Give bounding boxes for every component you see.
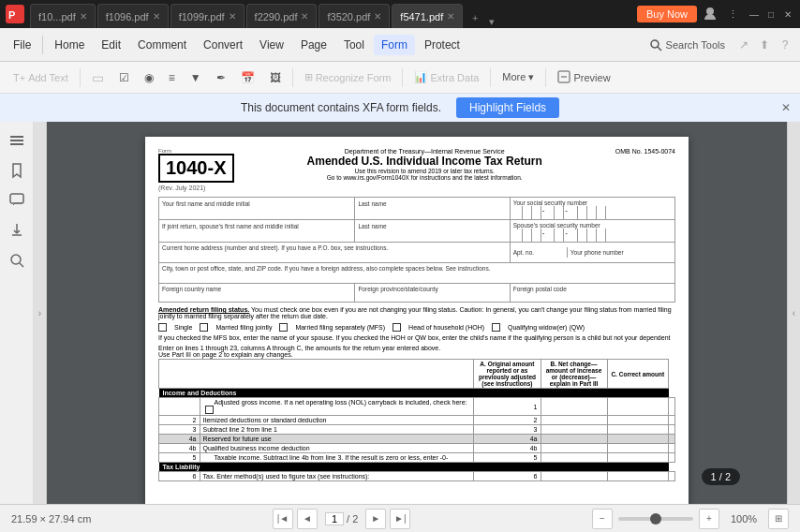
right-panel-toggle[interactable]: ‹ — [787, 122, 800, 504]
buy-now-button[interactable]: Buy Now — [637, 6, 697, 22]
radio-icon: ◉ — [144, 71, 154, 84]
qw-checkbox[interactable] — [492, 323, 500, 332]
last-name-label: Last name — [358, 200, 506, 207]
search-icon — [649, 38, 662, 52]
tab-f2290[interactable]: f2290.pdf ✕ — [246, 4, 318, 28]
sidebar-search-icon[interactable] — [6, 249, 28, 272]
ssn-box-5 — [555, 206, 564, 219]
close-button[interactable]: ✕ — [781, 7, 794, 21]
form-header: Form 1040-X (Rev. July 2021) Department … — [158, 148, 675, 191]
window-controls: — □ ✕ — [748, 7, 794, 21]
ssn-box-8 — [587, 206, 597, 219]
row6-desc: Tax. Enter method(s) used to figure tax … — [200, 472, 474, 481]
extra-data-button[interactable]: 📊 Extra Data — [408, 68, 484, 86]
menu-view[interactable]: View — [252, 35, 291, 55]
menu-convert[interactable]: Convert — [196, 35, 250, 55]
single-checkbox[interactable] — [158, 323, 167, 332]
tab-close-f1099[interactable]: ✕ — [229, 11, 236, 22]
row1-linenum: 1 — [474, 398, 541, 416]
checkbox-icon: ☑ — [119, 71, 129, 84]
menu-edit[interactable]: Edit — [94, 35, 128, 55]
row1-checkbox[interactable] — [205, 406, 214, 414]
left-panel-toggle[interactable]: › — [34, 122, 47, 504]
sidebar-attachment-icon[interactable] — [6, 219, 28, 242]
tab-close-f5471[interactable]: ✕ — [447, 11, 454, 22]
preview-button[interactable]: Preview — [552, 67, 615, 88]
menu-file[interactable]: File — [6, 35, 38, 55]
sidebar-comment-icon[interactable] — [6, 189, 28, 212]
sssn-box-3 — [532, 229, 541, 242]
hoh-checkbox[interactable] — [393, 323, 401, 332]
main-area: › Form 1040-X (Rev. July 2021) Departmen… — [0, 122, 800, 504]
mfs-checkbox[interactable] — [279, 323, 288, 332]
date-icon: 📅 — [241, 71, 255, 84]
tab-f1096[interactable]: f1096.pdf ✕ — [97, 4, 169, 28]
add-text-button[interactable]: T+ Add Text — [7, 69, 74, 86]
recognize-form-button[interactable]: ⊞ Recognize Form — [299, 68, 397, 86]
minimize-button[interactable]: — — [748, 7, 761, 21]
page-number-input[interactable] — [325, 512, 344, 525]
first-name-cell: Your first name and middle initial — [159, 198, 355, 220]
row4b-linenum: 4b — [474, 444, 541, 453]
tab-add-button[interactable]: + — [465, 7, 485, 28]
help-icon[interactable]: ? — [776, 36, 794, 54]
foreign-country-cell: Foreign country name — [159, 284, 355, 303]
sign-button[interactable]: ✒ — [211, 68, 231, 87]
menu-page[interactable]: Page — [293, 35, 334, 55]
menu-comment[interactable]: Comment — [130, 35, 194, 55]
tab-f5471[interactable]: f5471.pdf ✕ — [392, 4, 463, 28]
field-button[interactable]: ▭ — [86, 67, 110, 88]
combo-button[interactable]: ▼ — [185, 68, 207, 87]
fit-page-button[interactable]: ⊞ — [768, 509, 789, 529]
image-button[interactable]: 🖼 — [264, 68, 287, 87]
first-page-button[interactable]: |◄ — [273, 509, 293, 529]
tab-close-f3520[interactable]: ✕ — [374, 11, 381, 22]
sssn-box-2 — [523, 229, 532, 242]
link-line: Go to www.irs.gov/Form1040X for instruct… — [244, 174, 606, 181]
zoom-in-button[interactable]: + — [699, 509, 719, 529]
list-button[interactable]: ≡ — [163, 68, 181, 87]
zoom-slider[interactable] — [618, 517, 693, 521]
menu-tool[interactable]: Tool — [336, 35, 372, 55]
upload-icon[interactable]: ⬆ — [755, 36, 774, 54]
tab-close-f1096[interactable]: ✕ — [153, 11, 160, 22]
next-page-button[interactable]: ► — [365, 509, 386, 529]
row6-col-a — [541, 472, 607, 481]
dept-label: Department of the Treasury—Internal Reve… — [244, 148, 606, 155]
address-cell: Current home address (number and street)… — [159, 243, 511, 263]
last-page-button[interactable]: ►| — [390, 509, 410, 529]
mfj-checkbox[interactable] — [200, 323, 208, 332]
tab-close-f110[interactable]: ✕ — [80, 11, 87, 22]
radio-button-tool[interactable]: ◉ — [139, 68, 159, 87]
highlight-fields-button[interactable]: Highlight Fields — [456, 97, 559, 118]
tab-f110[interactable]: f10...pdf ✕ — [30, 4, 96, 28]
form-title-right: Department of the Treasury—Internal Reve… — [244, 148, 606, 181]
ssn-box-2 — [523, 206, 532, 219]
tab-overflow-button[interactable]: ▾ — [485, 16, 498, 28]
more-icon[interactable]: ⋮ — [723, 5, 742, 23]
zoom-out-button[interactable]: − — [592, 509, 613, 529]
notification-close-button[interactable]: ✕ — [781, 101, 791, 114]
row2-num: 2 — [159, 416, 200, 425]
column-header-row: A. Original amount reported or as previo… — [159, 360, 675, 389]
external-link-icon[interactable]: ↗ — [734, 36, 753, 54]
maximize-button[interactable]: □ — [764, 7, 778, 21]
recognize-icon: ⊞ — [304, 71, 313, 83]
date-button[interactable]: 📅 — [235, 68, 260, 87]
more-button[interactable]: More ▾ — [496, 68, 540, 86]
sidebar-layers-icon[interactable] — [6, 129, 28, 152]
menu-protect[interactable]: Protect — [417, 35, 467, 55]
prev-page-button[interactable]: ◄ — [297, 509, 318, 529]
row3-desc: Subtract line 2 from line 1 — [200, 425, 474, 435]
menu-home[interactable]: Home — [47, 35, 92, 55]
user-icon[interactable] — [701, 5, 719, 23]
tab-f1099[interactable]: f1099r.pdf ✕ — [170, 4, 244, 28]
row1-num — [159, 398, 200, 416]
tab-close-f2290[interactable]: ✕ — [301, 11, 308, 22]
sidebar-bookmark-icon[interactable] — [6, 159, 28, 182]
tab-f3520[interactable]: f3520.pdf ✕ — [319, 4, 390, 28]
menu-form[interactable]: Form — [374, 35, 415, 55]
checkbox-button[interactable]: ☑ — [113, 68, 135, 87]
row3-col-b — [607, 425, 668, 435]
filing-status-checkboxes: Single Married filing jointly Married fi… — [158, 323, 675, 332]
